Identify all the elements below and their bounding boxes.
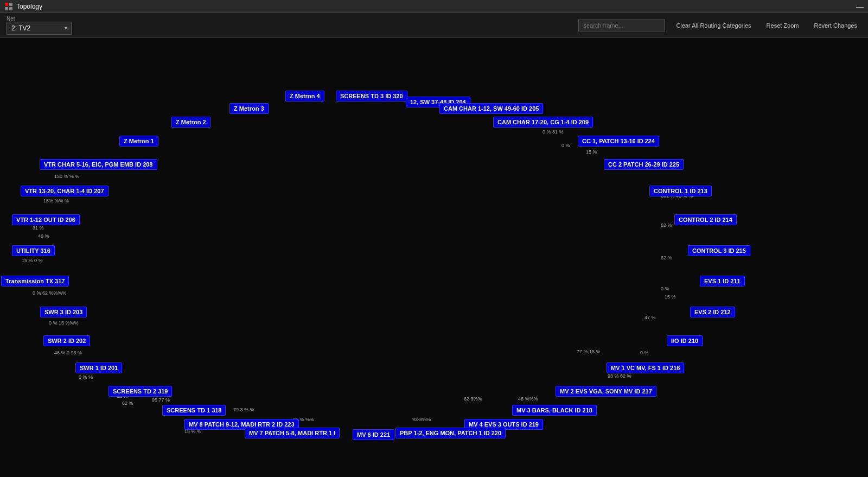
node-vtr-char[interactable]: VTR CHAR 5-16, EIC, PGM EMB ID 208 — [40, 159, 157, 170]
svg-line-44 — [139, 141, 504, 424]
node-screens-td2[interactable]: SCREENS TD 2 319 — [108, 386, 172, 397]
node-mv3[interactable]: MV 3 BARS, BLACK ID 218 — [512, 405, 597, 416]
node-control2[interactable]: CONTROL 2 ID 214 — [674, 214, 737, 225]
pct-label-29: 0 % — [561, 143, 570, 148]
node-mv2[interactable]: MV 2 EVS VGA, SONY MV ID 217 — [556, 386, 656, 397]
svg-line-61 — [141, 164, 644, 391]
window-title: Topology — [16, 3, 42, 10]
node-evs2[interactable]: EVS 2 ID 212 — [690, 307, 735, 317]
node-screens-td1[interactable]: SCREENS TD 1 318 — [162, 405, 226, 416]
pct-label-3: 31 % — [33, 225, 44, 231]
svg-rect-1 — [9, 3, 12, 6]
node-pbp[interactable]: PBP 1-2, ENG MON, PATCH 1 ID 220 — [395, 428, 506, 438]
node-vtr112[interactable]: VTR 1-12 OUT ID 206 — [12, 214, 80, 225]
svg-line-74 — [46, 220, 607, 391]
node-z-metron-1[interactable]: Z Metron 1 — [119, 136, 158, 147]
pct-label-1: 150 % % % — [54, 174, 80, 179]
svg-line-139 — [249, 109, 681, 191]
svg-line-128 — [492, 109, 719, 251]
node-cc2[interactable]: CC 2 PATCH 26-29 ID 225 — [604, 159, 684, 170]
pct-label-30: 15 % — [586, 149, 597, 155]
node-cc1[interactable]: CC 1, PATCH 13-16 ID 224 — [578, 136, 659, 147]
svg-line-77 — [67, 220, 706, 341]
toolbar-right: Clear All Routing Categories Reset Zoom … — [578, 20, 861, 31]
node-mv6[interactable]: MV 6 ID 221 — [353, 429, 394, 440]
node-tx317[interactable]: Transmission TX 317 — [1, 276, 69, 287]
pct-label-19: 46 %%% — [518, 396, 538, 402]
pct-label-26: 62 % — [661, 255, 672, 260]
pct-label-27: 62 % — [661, 222, 672, 228]
svg-line-94 — [63, 312, 685, 341]
pct-label-10: 0 % % — [79, 374, 93, 380]
pct-label-9: 46 % 0 93 % — [54, 350, 82, 355]
canvas-area: Z Metron 4 SCREENS TD 3 ID 320 12, SW 37… — [0, 38, 868, 477]
pct-label-4: 46 % — [38, 233, 49, 239]
pct-label-22: 93 % 62 % — [608, 373, 631, 379]
pct-label-17: 93-8%% — [412, 417, 431, 422]
svg-line-102 — [99, 341, 685, 368]
pct-label-13: 95 77 % — [152, 397, 170, 403]
node-swr2[interactable]: SWR 2 ID 202 — [43, 335, 90, 346]
pct-label-6: 0 % 62 %%%% — [33, 290, 67, 296]
svg-rect-0 — [5, 3, 8, 6]
node-mv1[interactable]: MV 1 VC MV, FS 1 ID 216 — [607, 362, 684, 373]
node-io210[interactable]: I/O ID 210 — [667, 335, 703, 346]
node-z-metron-3[interactable]: Z Metron 3 — [229, 103, 269, 114]
svg-line-69 — [63, 191, 681, 312]
pct-label-31: 0 % 31 % — [542, 129, 564, 135]
pct-label-7: 0 % 15 %%% — [49, 320, 79, 326]
pct-label-25: 15 % — [665, 294, 676, 300]
node-vtr1320[interactable]: VTR 13-20, CHAR 1-4 ID 207 — [21, 186, 108, 196]
svg-line-96 — [67, 312, 713, 341]
node-screens-td3[interactable]: SCREENS TD 3 ID 320 — [336, 91, 407, 101]
pct-label-2: 15% %% % — [43, 198, 69, 203]
svg-line-38 — [35, 122, 544, 281]
app-icon — [4, 2, 13, 11]
svg-line-95 — [63, 312, 646, 368]
node-z-metron-2[interactable]: Z Metron 2 — [171, 117, 210, 128]
reset-zoom-btn[interactable]: Reset Zoom — [762, 20, 803, 31]
svg-line-127 — [372, 96, 685, 341]
net-label: Net — [7, 16, 72, 22]
title-bar: Topology — — [0, 0, 868, 13]
pct-label-24: 0 % — [661, 286, 669, 291]
svg-line-54 — [99, 164, 723, 281]
pct-label-21: 0 % — [640, 350, 649, 355]
revert-changes-btn[interactable]: Revert Changes — [810, 20, 862, 31]
node-mv7[interactable]: MV 7 PATCH 5-8, MADI RTR 1 I — [245, 428, 340, 438]
svg-line-4 — [99, 96, 305, 164]
node-control1[interactable]: CONTROL 1 ID 213 — [649, 186, 712, 196]
node-evs1[interactable]: EVS 1 ID 211 — [700, 276, 745, 287]
node-cam-char17[interactable]: CAM CHAR 17-20, CG 1-4 ID 209 — [493, 117, 593, 128]
svg-line-82 — [34, 251, 504, 424]
search-input[interactable] — [578, 20, 665, 31]
pct-label-15: 79 3 % % — [233, 407, 254, 412]
close-btn[interactable]: — — [856, 2, 864, 11]
svg-line-135 — [644, 164, 719, 251]
net-select-wrapper[interactable]: 2: TV2 1: TV1 3: TV3 — [7, 22, 72, 35]
pct-label-5: 15 % 0 % — [22, 258, 43, 263]
node-swr1[interactable]: SWR 1 ID 201 — [75, 362, 122, 373]
node-utility[interactable]: UTILITY 316 — [12, 245, 55, 256]
pct-label-12: 62 % — [122, 400, 133, 406]
svg-line-73 — [46, 220, 685, 341]
pct-label-20: 77 % 15 % — [577, 349, 601, 354]
node-z-metron-4[interactable]: Z Metron 4 — [285, 91, 324, 101]
net-select[interactable]: 2: TV2 1: TV1 3: TV3 — [7, 22, 72, 35]
svg-rect-2 — [5, 7, 8, 10]
clear-routing-btn[interactable]: Clear All Routing Categories — [672, 20, 755, 31]
pct-label-23: 47 % — [644, 315, 656, 320]
node-swr3[interactable]: SWR 3 ID 203 — [40, 307, 87, 317]
node-cam-char112[interactable]: CAM CHAR 1-12, SW 49-60 ID 205 — [439, 103, 543, 114]
svg-rect-3 — [9, 7, 12, 10]
pct-label-18: 62 3%% — [464, 396, 482, 402]
toolbar: Net 2: TV2 1: TV1 3: TV3 Clear All Routi… — [0, 13, 868, 38]
svg-line-132 — [139, 141, 681, 191]
net-group: Net 2: TV2 1: TV1 3: TV3 — [7, 16, 72, 35]
node-control3[interactable]: CONTROL 3 ID 215 — [688, 245, 750, 256]
